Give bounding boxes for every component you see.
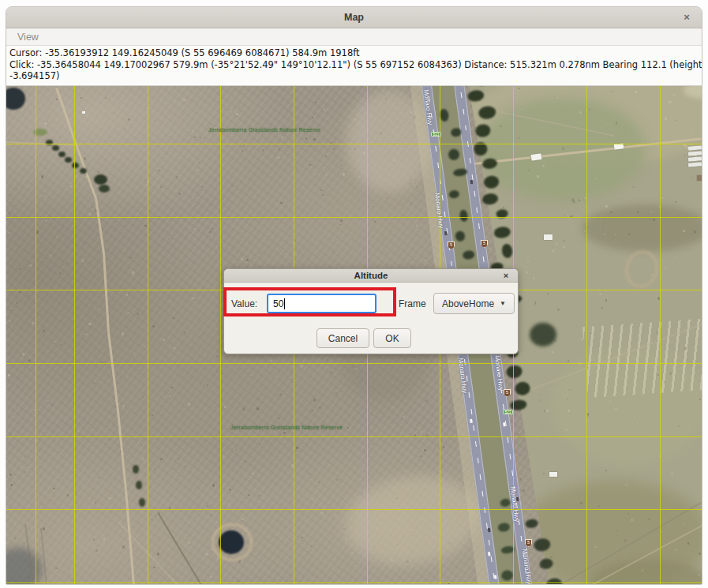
cancel-button-label: Cancel: [328, 333, 358, 344]
menu-bar: View: [6, 28, 702, 46]
altitude-dialog: Altitude × Value: 50 Frame AboveHome ▼ C…: [223, 268, 519, 354]
altitude-value-text: 50: [273, 298, 283, 309]
tourist-route-shield: 5: [448, 242, 455, 249]
frame-label: Frame: [399, 298, 426, 309]
click-status-line-wrap: -3.694157): [9, 70, 702, 82]
chevron-down-icon: ▼: [500, 300, 506, 307]
map-graphic: [702, 238, 702, 241]
text-caret: [284, 298, 285, 309]
dialog-title: Altitude: [354, 271, 388, 280]
status-bar: Cursor: -35.36193912 149.16245049 (S 55 …: [6, 46, 702, 86]
cursor-status-line: Cursor: -35.36193912 149.16245049 (S 55 …: [9, 47, 702, 59]
frame-dropdown-value: AboveHome: [442, 298, 494, 309]
cancel-button[interactable]: Cancel: [317, 328, 369, 348]
click-status-line: Click: -35.36458044 149.17002967 579.9m …: [9, 59, 702, 71]
route-b23-shield: B23: [503, 410, 513, 414]
altitude-value-input[interactable]: 50: [267, 294, 376, 313]
window-titlebar[interactable]: Map ×: [6, 7, 702, 28]
highway-name-label: Monaro Hwy: [493, 355, 504, 391]
highway-name-label: Monaro Hwy: [509, 486, 520, 522]
window-close-icon[interactable]: ×: [680, 10, 694, 24]
window-title: Map: [344, 12, 364, 23]
route-b23-shield: B23: [431, 132, 441, 137]
dialog-titlebar[interactable]: Altitude ×: [224, 269, 518, 283]
value-label: Value:: [231, 298, 257, 309]
ok-button-label: OK: [385, 333, 399, 344]
screenshot-stage: Map × View Cursor: -35.36193912 149.1624…: [0, 0, 708, 588]
highway-name-label: Monaro Hwy: [422, 89, 433, 125]
tourist-route-shield: 5: [504, 389, 511, 397]
ok-button[interactable]: OK: [373, 328, 411, 348]
highway-name-label: Monaro Hwy: [433, 193, 444, 229]
dialog-close-icon[interactable]: ×: [500, 271, 511, 282]
tourist-route-shield: 5: [481, 240, 488, 248]
frame-dropdown[interactable]: AboveHome ▼: [433, 293, 515, 314]
highway-name-label: Monaro Hwy: [457, 358, 468, 394]
highway-name-label: Monaro Hwy: [521, 549, 532, 585]
tourist-route-shield: 5: [525, 539, 532, 547]
reserve-label: Jerrabomberra Grasslands Nature Reserve: [208, 127, 320, 133]
reserve-label: Jerrabomberra Grasslands Nature Reserve: [230, 425, 343, 430]
menu-item-view[interactable]: View: [11, 32, 45, 43]
